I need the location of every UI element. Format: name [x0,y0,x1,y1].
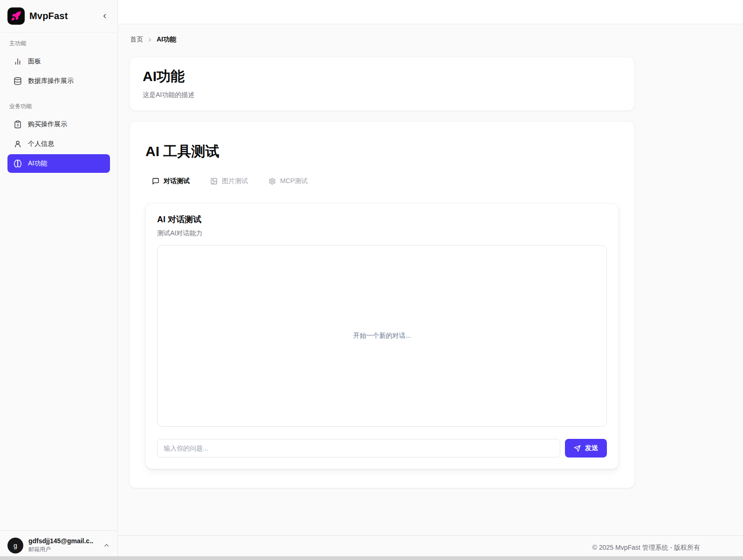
tab-image-test[interactable]: 图片测试 [210,177,248,185]
message-icon [152,178,159,185]
breadcrumb: 首页 AI功能 [130,35,732,44]
sidebar-user-menu[interactable]: g gdfsdjj145@gmail.c... 邮箱用户 [0,530,117,560]
sidebar-item-label: AI功能 [28,159,47,168]
sidebar-item-profile[interactable]: 个人信息 [7,135,110,153]
chat-message-area: 开始一个新的对话... [157,245,607,427]
chat-test-card: AI 对话测试 测试AI对话能力 开始一个新的对话... 发送 [145,203,619,469]
sidebar-item-ai-features[interactable]: AI功能 [7,154,110,173]
tab-label: 对话测试 [164,177,190,185]
nav-section-main: 主功能 面板 数据库操作展示 [7,40,110,90]
chevron-right-icon [147,37,153,43]
window-bottom-edge [0,556,743,560]
sidebar-item-purchase-demo[interactable]: $ 购买操作展示 [7,115,110,134]
sidebar-collapse-button[interactable] [99,11,110,22]
content: 首页 AI功能 AI功能 这是AI功能的描述 AI 工具测试 对话测试 [118,24,743,535]
chat-card-description: 测试AI对话能力 [157,229,607,238]
ai-tools-title: AI 工具测试 [145,142,619,161]
sidebar-item-label: 个人信息 [28,140,54,148]
sidebar-item-label: 面板 [28,57,41,66]
page-title: AI功能 [143,67,621,86]
send-button[interactable]: 发送 [565,439,607,458]
user-role: 邮箱用户 [28,546,94,553]
sidebar: MvpFast 主功能 面板 数据库操作展示 [0,0,118,560]
sidebar-nav: 主功能 面板 数据库操作展示 业务功能 [0,33,117,181]
nav-section-label: 主功能 [9,40,110,48]
ai-tools-card: AI 工具测试 对话测试 图片测试 [129,121,635,488]
page-header-card: AI功能 这是AI功能的描述 [129,57,635,111]
tab-label: MCP测试 [280,177,308,185]
copyright-text: © 2025 MvpFast 管理系统 - 版权所有 [592,544,700,552]
send-icon [574,445,581,452]
page-description: 这是AI功能的描述 [143,91,621,99]
rocket-icon [11,11,21,21]
chat-input[interactable] [157,439,560,458]
tab-chat-test[interactable]: 对话测试 [152,177,190,185]
brand-logo [7,7,25,25]
user-meta: gdfsdjj145@gmail.c... 邮箱用户 [28,537,94,553]
tab-mcp-test[interactable]: MCP测试 [268,177,308,185]
sidebar-item-label: 购买操作展示 [28,120,67,129]
chevron-up-icon [103,542,110,549]
sidebar-item-dashboard[interactable]: 面板 [7,52,110,71]
send-button-label: 发送 [585,444,598,452]
user-email: gdfsdjj145@gmail.c... [28,537,94,545]
sidebar-item-label: 数据库操作展示 [28,77,74,85]
chat-empty-state: 开始一个新的对话... [353,332,411,340]
nav-section-business: 业务功能 $ 购买操作展示 个人信息 [7,102,110,173]
database-icon [14,77,22,85]
breadcrumb-home-link[interactable]: 首页 [130,35,143,44]
sidebar-header: MvpFast [0,0,117,33]
topbar [118,0,743,24]
avatar: g [7,538,23,553]
breadcrumb-current: AI功能 [157,35,176,44]
bar-chart-icon [14,57,22,66]
svg-text:$: $ [17,123,19,127]
gear-icon [268,178,276,185]
user-icon [14,140,22,148]
clipboard-dollar-icon: $ [14,120,22,129]
main-area: 首页 AI功能 AI功能 这是AI功能的描述 AI 工具测试 对话测试 [118,0,743,560]
brain-icon [14,159,22,168]
sidebar-item-database-demo[interactable]: 数据库操作展示 [7,72,110,90]
app-window: MvpFast 主功能 面板 数据库操作展示 [0,0,743,560]
image-icon [210,178,218,185]
nav-section-label: 业务功能 [9,102,110,110]
chat-card-title: AI 对话测试 [157,214,607,225]
chevron-left-icon [101,13,108,20]
brand-name: MvpFast [29,11,68,21]
chat-input-row: 发送 [157,439,607,458]
tab-label: 图片测试 [222,177,248,185]
tab-bar: 对话测试 图片测试 MCP测试 [152,177,619,185]
